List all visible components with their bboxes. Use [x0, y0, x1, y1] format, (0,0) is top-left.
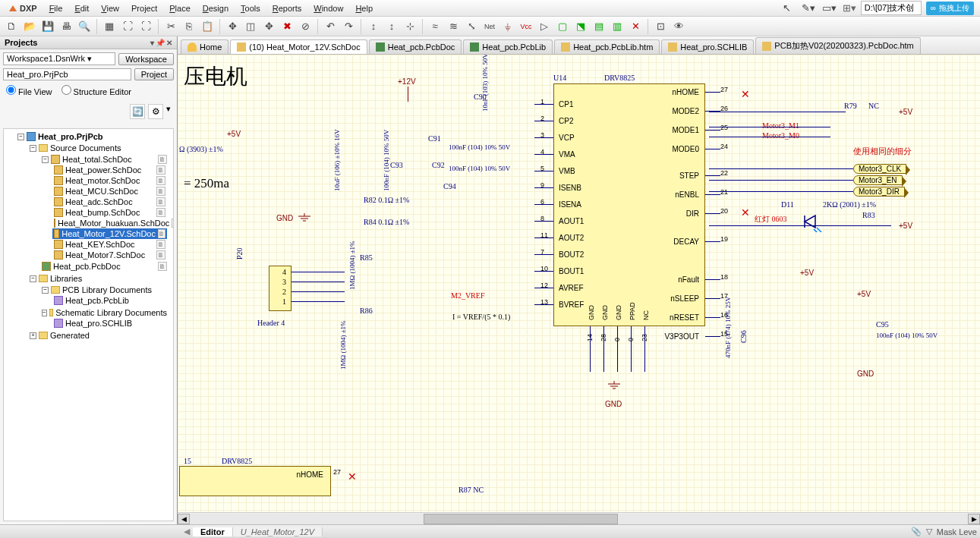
expand-icon[interactable]: −	[30, 145, 36, 152]
deselect-icon[interactable]: ✖	[279, 18, 295, 35]
workspace-button[interactable]: Workspace	[118, 53, 174, 65]
dropdown-icon[interactable]: ▾	[166, 104, 171, 119]
tree-libraries[interactable]: Libraries	[50, 274, 82, 283]
preview-icon[interactable]: 🔍	[76, 18, 93, 35]
tree-file[interactable]: Heat_power.SchDoc🗎	[52, 165, 167, 175]
place-vcc-icon[interactable]: Vcc	[518, 18, 534, 35]
place-netlabel-icon[interactable]: Net	[481, 18, 498, 35]
tree-file[interactable]: Heat_Motor_12V.SchDoc🗎	[52, 228, 167, 239]
expand-icon[interactable]: −	[42, 310, 47, 316]
tree-file[interactable]: Heat_adc.SchDoc🗎	[52, 197, 167, 207]
expand-icon[interactable]: −	[42, 287, 49, 294]
radio-file-view[interactable]: File View	[6, 85, 52, 96]
place-part-icon[interactable]: ▷	[536, 18, 553, 35]
menu-edit[interactable]: Edit	[68, 4, 95, 13]
place-harness-icon[interactable]: ▤	[591, 18, 607, 35]
footer-sheet-tab[interactable]: U_Heat_Motor_12V	[233, 527, 323, 536]
horizontal-scrollbar[interactable]: ◀ ▶	[178, 512, 980, 524]
tree-pcb[interactable]: Heat_pcb.PcbDoc	[53, 262, 121, 271]
panel-pin-icon[interactable]: 📌	[156, 39, 165, 47]
hierarchy-down-icon[interactable]: ↕	[383, 18, 400, 35]
project-tree[interactable]: −Heat_pro.PrjPcb −Source Documents −Heat…	[3, 128, 174, 521]
tree-pcb-lib[interactable]: Heat_pcb.PcbLib	[65, 296, 129, 305]
clear-icon[interactable]: ⊘	[297, 18, 314, 35]
cursor-mode-icon[interactable]: ↖	[779, 0, 796, 17]
footer-editor-tab[interactable]: Editor	[193, 527, 233, 536]
tree-pcb-lib-docs[interactable]: PCB Library Documents	[62, 285, 152, 294]
new-icon[interactable]: 🗋	[3, 18, 20, 35]
hierarchy-up-icon[interactable]: ↕	[365, 18, 382, 35]
place-power-icon[interactable]: ⏚	[499, 18, 516, 35]
panel-menu-icon[interactable]: ▾	[150, 39, 154, 47]
annotate-icon[interactable]: ⊡	[652, 18, 669, 35]
grid-icon[interactable]: ⊞▾	[843, 2, 856, 14]
browse-icon[interactable]: 👁	[670, 18, 687, 35]
scroll-left-icon[interactable]: ◀	[178, 514, 190, 524]
tree-file[interactable]: Heat_KEY.SchDoc🗎	[52, 239, 167, 250]
project-button[interactable]: Project	[134, 68, 174, 80]
print-icon[interactable]: 🖶	[58, 18, 74, 35]
zoom-area-icon[interactable]: ⛶	[137, 18, 154, 35]
paste-icon[interactable]: 📋	[199, 18, 216, 35]
place-busent-icon[interactable]: ⤡	[463, 18, 480, 35]
copy-icon[interactable]: ⎘	[181, 18, 197, 35]
menu-design[interactable]: Design	[197, 4, 235, 13]
menu-window[interactable]: Window	[307, 4, 349, 13]
compile-icon[interactable]: ▦	[101, 18, 118, 35]
tree-source-docs[interactable]: Source Documents	[50, 143, 121, 153]
settings-icon[interactable]: ⚙	[148, 104, 163, 119]
workspace-combo[interactable]: Workspace1.DsnWrk ▾	[3, 52, 115, 65]
place-port-icon[interactable]: ⬔	[572, 18, 589, 35]
undo-icon[interactable]: ↶	[322, 18, 339, 35]
place-wire-icon[interactable]: ≈	[427, 18, 443, 35]
doc-tab[interactable]: Heat_pro.SCHLIB	[661, 39, 754, 54]
tree-file[interactable]: Heat_motor.SchDoc🗎	[52, 175, 167, 186]
project-field[interactable]: Heat_pro.PrjPcb	[3, 68, 131, 80]
tree-file[interactable]: Heat_total.SchDoc	[62, 155, 132, 164]
schematic-canvas[interactable]: 压电机 = 250ma Ω (3903) ±1% +5V +12V GND 4 …	[178, 55, 980, 512]
scroll-right-icon[interactable]: ▶	[968, 514, 980, 524]
cloud-upload-badge[interactable]: ∞ 拖拽上传	[926, 2, 974, 15]
tree-generated[interactable]: Generated	[50, 331, 90, 340]
place-sheet-icon[interactable]: ▢	[554, 18, 571, 35]
tree-file[interactable]: Heat_Motor_huakuan.SchDoc🗎	[52, 218, 167, 228]
tree-file[interactable]: Heat_Motor7.SchDoc🗎	[52, 250, 167, 260]
path-box[interactable]: D:\[07]技术创	[861, 1, 922, 15]
place-bus-icon[interactable]: ≋	[445, 18, 462, 35]
doc-tab[interactable]: PCB加热V02(20200323).PcbDoc.htm	[755, 37, 920, 54]
doc-tab[interactable]: Home	[181, 39, 228, 54]
menu-view[interactable]: View	[95, 4, 125, 13]
menu-project[interactable]: Project	[125, 4, 163, 13]
rubber-stamp-icon[interactable]: ✥	[224, 18, 241, 35]
menu-reports[interactable]: Reports	[266, 4, 308, 13]
menu-file[interactable]: File	[43, 4, 69, 13]
radio-structure-editor[interactable]: Structure Editor	[61, 85, 131, 96]
scroll-thumb[interactable]	[424, 514, 618, 524]
doc-tab[interactable]: (10) Heat_Motor_12V.SchDoc	[230, 39, 367, 55]
redo-icon[interactable]: ↷	[340, 18, 357, 35]
expand-icon[interactable]: −	[30, 275, 36, 282]
tree-root[interactable]: Heat_pro.PrjPcb	[38, 132, 103, 141]
menu-help[interactable]: Help	[349, 4, 379, 13]
tree-file[interactable]: Heat_bump.SchDoc🗎	[52, 207, 167, 218]
doc-tab[interactable]: Heat_pcb.PcbDoc	[369, 39, 462, 54]
expand-icon[interactable]: −	[42, 156, 49, 163]
panel-close-icon[interactable]: ✕	[166, 39, 172, 47]
cut-icon[interactable]: ✂	[162, 18, 179, 35]
pen-icon[interactable]: ✎▾	[800, 0, 817, 17]
tree-sch-lib[interactable]: Heat_pro.SCHLIB	[65, 319, 132, 328]
expand-icon[interactable]: +	[30, 332, 36, 339]
menu-place[interactable]: Place	[163, 4, 197, 13]
open-icon[interactable]: 📂	[21, 18, 38, 35]
cross-probe-icon[interactable]: ⊹	[402, 18, 418, 35]
tree-sch-lib-docs[interactable]: Schematic Library Documents	[55, 308, 167, 317]
place-device-icon[interactable]: ▥	[609, 18, 625, 35]
app-logo[interactable]: DXP	[3, 4, 43, 13]
doc-tab[interactable]: Heat_pcb.PcbLib.htm	[554, 39, 660, 54]
footer-filter-icon[interactable]: ▽	[926, 527, 932, 536]
expand-icon[interactable]: −	[17, 134, 24, 140]
save-icon[interactable]: 💾	[39, 18, 56, 35]
zoom-fit-icon[interactable]: ⛶	[119, 18, 136, 35]
place-noerc-icon[interactable]: ✕	[627, 18, 644, 35]
doc-tab[interactable]: Heat_pcb.PcbLib	[463, 39, 553, 54]
